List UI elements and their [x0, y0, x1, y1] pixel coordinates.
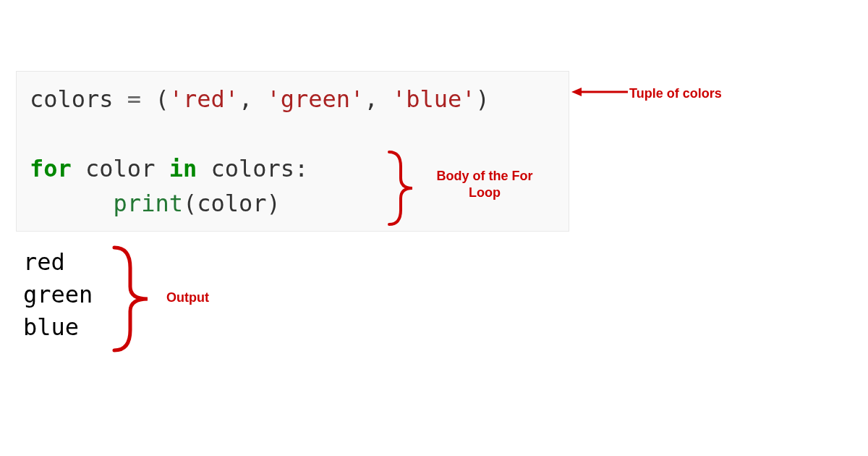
token-colon: :: [294, 155, 308, 182]
token-string: 'red': [169, 85, 239, 113]
output-block: red green blue: [23, 246, 93, 343]
annotation-tuple: Tuple of colors: [629, 85, 722, 102]
code-line-1: colors = ('red', 'green', 'blue'): [30, 82, 556, 117]
token-space: [197, 155, 210, 182]
code-blank-line: [30, 117, 556, 151]
token-eq: =: [114, 85, 156, 113]
token-space: [72, 155, 85, 182]
token-paren-close: ): [476, 85, 490, 113]
token-comma: ,: [364, 85, 392, 113]
arrow-icon: [571, 83, 628, 101]
token-paren-open: (: [155, 85, 169, 113]
annotation-output: Output: [166, 290, 209, 306]
token-indent: [30, 190, 114, 217]
token-string: 'blue': [392, 85, 476, 113]
annotation-body: Body of the For Loop: [427, 168, 542, 200]
output-line: green: [23, 279, 93, 311]
token-var: color: [85, 155, 155, 182]
svg-marker-1: [571, 88, 582, 96]
output-line: blue: [23, 311, 93, 344]
token-arg: color: [197, 190, 266, 217]
token-comma: ,: [239, 85, 267, 113]
token-var: colors: [30, 85, 114, 113]
token-paren-open: (: [183, 190, 197, 217]
token-var: colors: [210, 155, 294, 182]
token-string: 'green': [267, 85, 365, 113]
brace-icon: [109, 245, 156, 353]
token-paren-close: ): [267, 190, 281, 217]
token-in: in: [169, 155, 197, 182]
token-func: print: [114, 190, 183, 217]
output-line: red: [23, 246, 93, 279]
token-for: for: [30, 155, 72, 182]
code-block: colors = ('red', 'green', 'blue') for co…: [16, 71, 569, 232]
token-space: [155, 155, 169, 182]
